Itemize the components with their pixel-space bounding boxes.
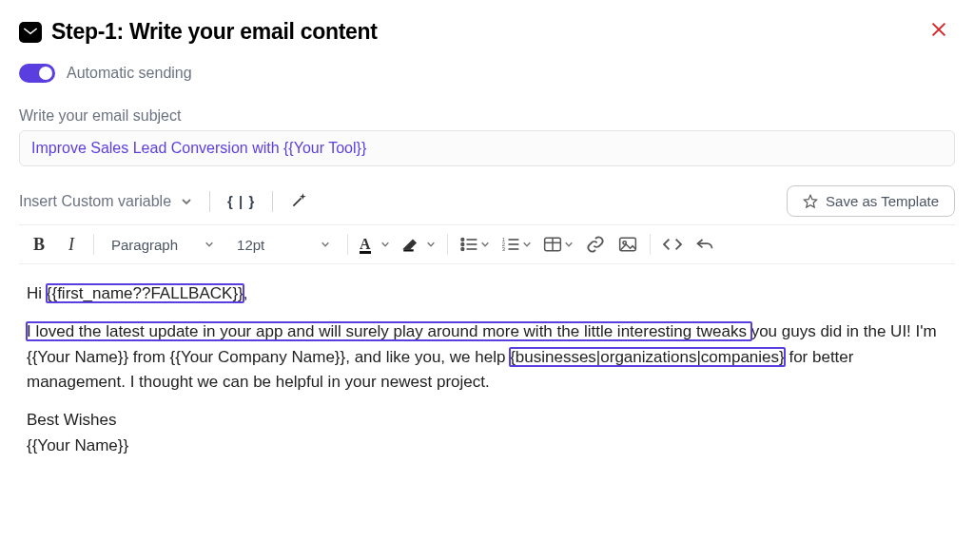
svg-text:3: 3 <box>501 247 504 253</box>
font-size-select[interactable]: 12pt <box>231 234 336 256</box>
image-icon <box>618 236 637 253</box>
svg-point-5 <box>461 248 464 251</box>
signature: Best Wishes {{Your Name}} <box>27 408 947 458</box>
envelope-icon <box>19 22 42 43</box>
automatic-sending-label: Automatic sending <box>67 65 192 82</box>
separator <box>93 234 94 255</box>
intro-highlight: I loved the latest update in your app an… <box>27 322 751 340</box>
automatic-sending-toggle[interactable] <box>19 64 55 83</box>
spintax-token: {businesses|organizations|companies} <box>510 348 785 366</box>
text-color-icon: A <box>360 236 371 253</box>
code-icon <box>662 236 683 253</box>
editor-toolbar: B I Paragraph 12pt A <box>19 224 955 264</box>
text-color-button[interactable]: A <box>360 236 390 253</box>
separator <box>347 234 348 255</box>
step-header-left: Step-1: Write your email content <box>19 19 378 45</box>
signature-line-1: Best Wishes <box>27 411 116 429</box>
highlight-icon <box>401 236 419 253</box>
link-icon <box>586 235 605 254</box>
chevron-down-icon <box>522 240 532 249</box>
step-title: Step-1: Write your email content <box>51 19 378 45</box>
braces-button[interactable]: { | } <box>227 193 255 209</box>
highlight-color-button[interactable] <box>401 236 436 253</box>
secondary-toolbar-left: Insert Custom variable { | } <box>19 190 309 213</box>
editor-body[interactable]: Hi {{first_name??FALLBACK}}, I loved the… <box>19 264 955 468</box>
subject-label: Write your email subject <box>19 107 955 125</box>
step-header: Step-1: Write your email content <box>19 17 955 47</box>
signature-line-2: {{Your Name}} <box>27 436 128 454</box>
separator <box>447 234 448 255</box>
svg-point-3 <box>461 243 464 246</box>
magic-wand-button[interactable] <box>290 190 309 213</box>
chevron-down-icon <box>426 240 436 249</box>
block-format-select[interactable]: Paragraph <box>106 234 220 256</box>
undo-button[interactable] <box>694 233 715 256</box>
text: Hi <box>27 284 47 302</box>
save-as-template-button[interactable]: Save as Template <box>787 185 955 217</box>
table-button[interactable] <box>543 236 574 253</box>
star-icon <box>803 194 818 209</box>
separator <box>209 191 210 212</box>
greeting-line: Hi {{first_name??FALLBACK}}, <box>27 281 947 306</box>
insert-variable-dropdown[interactable]: Insert Custom variable <box>19 193 192 210</box>
block-format-label: Paragraph <box>111 237 178 253</box>
automatic-sending-row: Automatic sending <box>19 64 955 83</box>
code-view-button[interactable] <box>662 233 683 256</box>
subject-input[interactable] <box>19 130 955 166</box>
chevron-down-icon <box>380 240 390 249</box>
chevron-down-icon <box>321 240 330 249</box>
bulleted-list-icon <box>459 236 478 253</box>
numbered-list-button[interactable]: 1 2 3 <box>501 236 532 253</box>
svg-rect-0 <box>403 249 414 251</box>
font-size-label: 12pt <box>237 237 264 253</box>
italic-button[interactable]: I <box>61 233 82 256</box>
bold-button[interactable]: B <box>29 233 49 256</box>
chevron-down-icon <box>480 240 490 249</box>
separator <box>650 234 651 255</box>
link-button[interactable] <box>585 233 606 256</box>
secondary-toolbar: Insert Custom variable { | } Save as Tem… <box>19 183 955 224</box>
undo-icon <box>695 236 714 253</box>
chevron-down-icon <box>564 240 574 249</box>
numbered-list-icon: 1 2 3 <box>501 236 520 253</box>
table-icon <box>543 236 562 253</box>
separator <box>272 191 273 212</box>
variable-token: {{first_name??FALLBACK}} <box>47 284 244 302</box>
svg-point-1 <box>461 239 464 241</box>
insert-variable-label: Insert Custom variable <box>19 193 171 210</box>
text: , <box>244 284 248 302</box>
paragraph-1: I loved the latest update in your app an… <box>27 319 947 395</box>
chevron-down-icon <box>181 196 192 207</box>
image-button[interactable] <box>617 233 638 256</box>
bulleted-list-button[interactable] <box>459 236 490 253</box>
save-as-template-label: Save as Template <box>826 193 939 209</box>
close-button[interactable] <box>923 17 955 47</box>
chevron-down-icon <box>205 240 214 249</box>
